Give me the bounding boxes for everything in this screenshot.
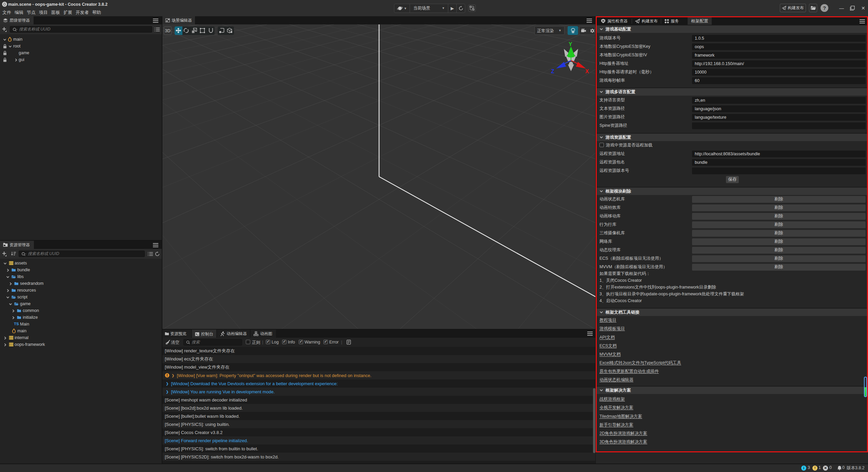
svg-text:X: X [585, 68, 589, 74]
svg-text:Z: Z [551, 68, 554, 74]
svg-text:Y: Y [569, 41, 572, 47]
